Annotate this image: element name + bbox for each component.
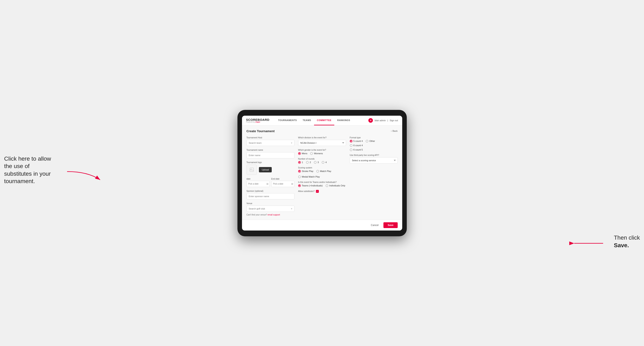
email-support-link[interactable]: email support [268, 214, 280, 216]
rounds-label: Number of rounds [298, 158, 346, 160]
format-other-radio[interactable] [366, 140, 368, 143]
tournament-host-group: Tournament Host ▼ [246, 137, 294, 146]
nav-committee[interactable]: COMMITTEE [314, 116, 334, 126]
division-select[interactable]: NCAA Division I [298, 140, 346, 146]
start-date-label: date [246, 178, 270, 180]
format-6c4[interactable]: 6 count 4 [350, 144, 398, 147]
gender-womens-label: Womens [314, 152, 323, 155]
format-label: Format type [350, 137, 398, 139]
event-type-radio-row: Teams (+Individuals) Individuals Only [298, 184, 346, 187]
format-6c4-radio[interactable] [350, 144, 352, 147]
rounds-3[interactable]: 3 [314, 161, 319, 164]
rounds-1[interactable]: 1 [298, 161, 303, 164]
sign-out-link[interactable]: Sign out [390, 119, 398, 122]
venue-input[interactable] [246, 206, 294, 212]
format-6c5-label: 6 count 5 [354, 149, 363, 151]
page-title: Create Tournament [246, 129, 274, 133]
gender-mens[interactable]: Mens [298, 152, 308, 155]
substitutes-checkbox[interactable]: ✓ [316, 190, 319, 193]
tournament-logo-label: Tournament logo [246, 161, 294, 164]
tournament-host-input[interactable] [246, 140, 294, 146]
event-type-group: Is this event for Teams and/or Individua… [298, 181, 346, 187]
scoring-label: Scoring system [298, 167, 346, 169]
venue-help-text: Can't find your venue? email support [246, 214, 294, 216]
scoring-stroke[interactable]: Stroke Play [298, 170, 314, 173]
cancel-button[interactable]: Cancel [368, 222, 381, 228]
scoring-medal[interactable]: Medal Match Play [298, 175, 320, 178]
rounds-3-radio[interactable] [314, 161, 316, 164]
tournament-name-input[interactable] [246, 152, 294, 158]
format-6c5[interactable]: 6 count 5 [350, 149, 398, 151]
gender-womens-radio[interactable] [310, 152, 313, 155]
annotation-right: Then click Save. [614, 234, 640, 249]
tablet-device: SCOREBOARD Powered by clippd TOURNAMENTS… [238, 110, 407, 236]
event-teams-radio[interactable] [298, 184, 301, 187]
page-header: Create Tournament ‹ Back [246, 129, 398, 133]
rounds-2[interactable]: 2 [306, 161, 311, 164]
scoring-radio-row: Stroke Play Match Play Medal Match Play [298, 170, 346, 178]
nav-rankings[interactable]: RANKINGS [334, 116, 353, 126]
format-5c4-label: 5 count 4 [354, 140, 363, 142]
format-row-1: 5 count 4 Other [350, 140, 398, 143]
search-icon: ▼ [291, 142, 293, 144]
logo-placeholder [246, 165, 257, 175]
sponsor-input[interactable] [246, 193, 294, 199]
form-col-1: Tournament Host ▼ Tournament name Tourna… [246, 137, 294, 216]
logo-upload-area: Upload [246, 165, 294, 175]
tournament-logo-group: Tournament logo Upload [246, 161, 294, 175]
svg-rect-2 [250, 168, 254, 172]
upload-button[interactable]: Upload [259, 167, 272, 173]
logo-powered-text: Powered by clippd [246, 121, 270, 123]
rounds-1-radio[interactable] [298, 161, 301, 164]
form-grid: Tournament Host ▼ Tournament name Tourna… [246, 137, 398, 216]
form-col-3: Format type 5 count 4 Other [350, 137, 398, 216]
venue-dropdown-icon: ▼ [291, 207, 293, 210]
gender-mens-radio[interactable] [298, 152, 301, 155]
calendar-end-icon: ▦ [291, 182, 293, 185]
event-individuals-radio[interactable] [326, 184, 328, 187]
nav-separator: | [387, 119, 388, 122]
nav-links: TOURNAMENTS TEAMS COMMITTEE RANKINGS [275, 116, 368, 126]
sponsor-label: Sponsor (optional) [246, 190, 294, 192]
scoring-medal-radio[interactable] [298, 175, 301, 178]
save-button[interactable]: Save [384, 222, 398, 228]
scoring-stroke-label: Stroke Play [302, 170, 314, 173]
rounds-4-radio[interactable] [322, 161, 324, 164]
event-individuals[interactable]: Individuals Only [326, 184, 346, 187]
nav-user-area: B blair admin | Sign out [368, 118, 398, 123]
start-date-group: date ▦ [246, 178, 270, 187]
format-other[interactable]: Other [366, 140, 375, 143]
event-teams[interactable]: Teams (+Individuals) [298, 184, 323, 187]
avatar: B [368, 118, 373, 123]
format-5c4[interactable]: 5 count 4 [350, 140, 363, 143]
rounds-3-label: 3 [318, 161, 319, 164]
gender-mens-label: Mens [302, 152, 308, 155]
nav-teams[interactable]: TEAMS [300, 116, 314, 126]
back-chevron-icon: ‹ [391, 130, 392, 132]
format-6c5-radio[interactable] [350, 149, 352, 151]
scoring-stroke-radio[interactable] [298, 170, 301, 173]
nav-tournaments[interactable]: TOURNAMENTS [275, 116, 300, 126]
annotation-left: Click here to allow the use of substitut… [4, 155, 58, 185]
substitutes-checkbox-item[interactable]: Allow substitutes? ✓ [298, 190, 346, 193]
gender-radio-row: Mens Womens [298, 152, 346, 155]
form-col-2: Which division is the event for? NCAA Di… [298, 137, 346, 216]
substitutes-group: Allow substitutes? ✓ [298, 190, 346, 193]
format-other-label: Other [370, 140, 375, 142]
user-name: blair admin [374, 119, 386, 122]
arrow-right-icon [570, 239, 603, 247]
start-date-wrap: ▦ [246, 181, 270, 187]
event-teams-label: Teams (+Individuals) [302, 184, 323, 187]
gender-womens[interactable]: Womens [310, 152, 323, 155]
rounds-4-label: 4 [326, 161, 327, 164]
scoring-match-radio[interactable] [316, 170, 319, 173]
gender-group: Which gender is the event for? Mens Wome… [298, 149, 346, 155]
rounds-2-radio[interactable] [306, 161, 309, 164]
substitutes-label: Allow substitutes? [298, 190, 315, 192]
format-group: Format type 5 count 4 Other [350, 137, 398, 151]
back-button[interactable]: ‹ Back [391, 130, 398, 132]
scoring-match[interactable]: Match Play [316, 170, 331, 173]
rounds-4[interactable]: 4 [322, 161, 327, 164]
scoring-api-select[interactable]: Select a scoring service Select & scorin… [350, 157, 398, 164]
format-5c4-radio[interactable] [350, 140, 352, 143]
